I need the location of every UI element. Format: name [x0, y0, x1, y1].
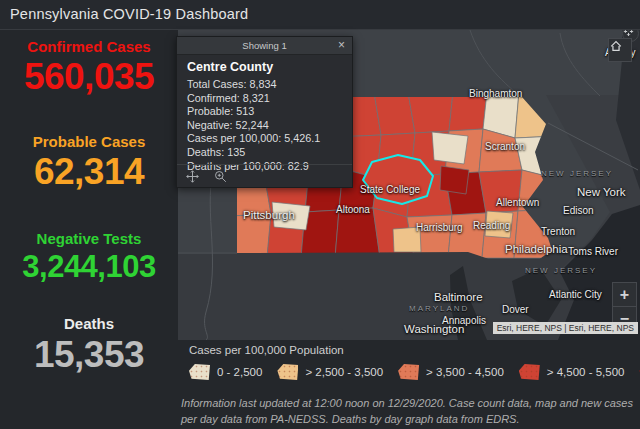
data-source-note: Information last updated at 12:00 noon o…	[181, 396, 633, 427]
map-legend: Cases per 100,000 Population 0 - 2,500 >…	[189, 344, 634, 380]
stat-deaths: Deaths	[0, 315, 178, 332]
stat-label: Deaths	[0, 315, 178, 332]
pan-icon[interactable]	[186, 170, 199, 183]
zoom-to-icon[interactable]	[214, 170, 227, 183]
popup-stat-line: Deaths: 135	[187, 146, 342, 160]
legend-swatch	[519, 364, 540, 380]
expand-arrows-icon	[623, 30, 634, 37]
stat-probable-cases: Probable Cases	[0, 133, 178, 150]
page-title: Pennsylvania COVID-19 Dashboard	[10, 0, 248, 29]
popup-body: Centre County Total Cases: 8,834 Confirm…	[177, 55, 352, 176]
legend-item: 0 - 2,500	[189, 364, 262, 380]
stat-value: 62,314	[0, 151, 178, 193]
county-shape[interactable]	[440, 166, 469, 194]
county-shape[interactable]	[432, 132, 468, 164]
stat-label: Confirmed Cases	[0, 38, 178, 55]
county-shape[interactable]	[448, 213, 486, 258]
app-header: Pennsylvania COVID-19 Dashboard	[0, 0, 640, 30]
county-shape[interactable]	[449, 92, 487, 131]
county-shape[interactable]	[335, 208, 380, 258]
popup-stat-line: Probable: 513	[187, 105, 342, 119]
legend-swatch	[277, 364, 298, 380]
stat-probable-value: 62,314	[0, 151, 178, 193]
map-popup: Showing 1 × Centre County Total Cases: 8…	[176, 36, 353, 188]
close-icon[interactable]: ×	[335, 37, 348, 54]
popup-footer	[177, 164, 352, 187]
county-shape[interactable]	[479, 170, 522, 213]
stat-value: 15,353	[0, 334, 178, 376]
legend-item: > 4,500 - 5,500	[519, 364, 625, 380]
legend-label: > 3,500 - 4,500	[426, 366, 504, 378]
county-shape[interactable]	[393, 227, 421, 252]
stat-value: 3,244,103	[0, 249, 178, 285]
county-shape[interactable]	[408, 92, 453, 133]
legend-item: > 2,500 - 3,500	[277, 364, 383, 380]
legend-label: > 4,500 - 5,500	[547, 366, 625, 378]
stat-confirmed-value: 560,035	[0, 56, 178, 98]
popup-stat-line: Confirmed: 8,321	[187, 92, 342, 106]
dashboard: Pennsylvania COVID-19 Dashboard Confirme…	[0, 0, 640, 429]
map-attribution: Esri, HERE, NPS | Esri, HERE, NPS	[493, 322, 638, 334]
legend-swatch	[398, 364, 419, 380]
popup-stat-line: Cases per 100,000: 5,426.1	[187, 132, 342, 146]
legend-items: 0 - 2,500 > 2,500 - 3,500 > 3,500 - 4,50…	[189, 364, 634, 380]
popup-stat-line: Negative: 52,244	[187, 119, 342, 133]
stat-label: Probable Cases	[0, 133, 178, 150]
legend-label: 0 - 2,500	[217, 366, 262, 378]
stat-label: Negative Tests	[0, 230, 178, 247]
popup-title: Centre County	[187, 60, 342, 74]
home-icon	[609, 39, 623, 53]
popup-header[interactable]: Showing 1 ×	[177, 37, 352, 55]
stat-value: 560,035	[0, 56, 178, 98]
county-shape[interactable]	[485, 211, 513, 238]
county-shape[interactable]	[272, 202, 310, 230]
legend-label: > 2,500 - 3,500	[305, 366, 383, 378]
legend-item: > 3,500 - 4,500	[398, 364, 504, 380]
legend-title: Cases per 100,000 Population	[189, 344, 634, 356]
popup-header-label: Showing 1	[177, 37, 352, 54]
popup-stat-line: Total Cases: 8,834	[187, 78, 342, 92]
stat-negative-value: 3,244,103	[0, 249, 178, 285]
stat-deaths-value: 15,353	[0, 334, 178, 376]
zoom-in-button[interactable]: +	[612, 282, 637, 307]
stat-confirmed-cases: Confirmed Cases	[0, 38, 178, 55]
home-button[interactable]	[608, 38, 632, 62]
legend-swatch	[189, 364, 210, 380]
stat-negative-tests: Negative Tests	[0, 230, 178, 247]
